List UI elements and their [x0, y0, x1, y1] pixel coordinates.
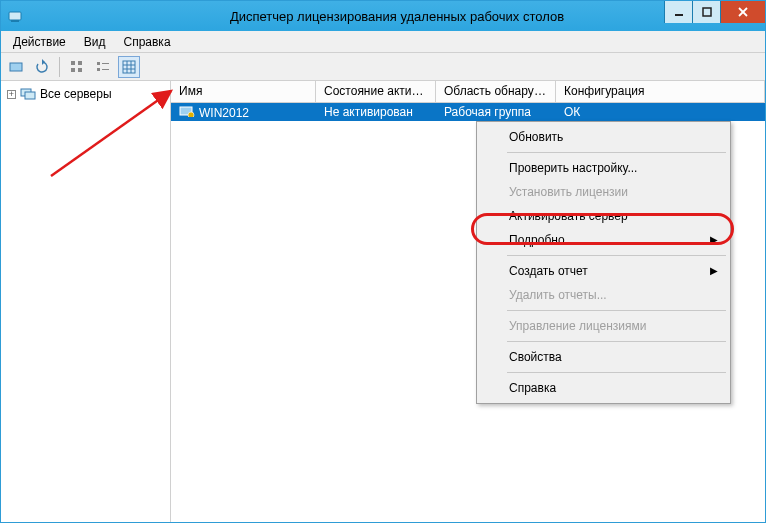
sidebar: + Все серверы	[1, 81, 171, 522]
content-area: + Все серверы Имя Состояние актива... Об…	[1, 81, 765, 522]
col-state[interactable]: Состояние актива...	[316, 81, 436, 102]
svg-rect-15	[123, 61, 135, 73]
close-button[interactable]	[720, 1, 765, 23]
svg-rect-6	[10, 63, 22, 71]
context-menu: Обновить Проверить настройку... Установи…	[476, 121, 731, 404]
svg-rect-9	[71, 68, 75, 72]
svg-rect-8	[78, 61, 82, 65]
tree-root-label: Все серверы	[40, 87, 112, 101]
cell-name-text: WIN2012	[199, 106, 249, 120]
ctx-activate-server[interactable]: Активировать сервер	[479, 204, 728, 228]
cell-name: WIN2012	[171, 104, 316, 121]
toolbar-view3-icon[interactable]	[118, 56, 140, 78]
ctx-separator	[507, 341, 726, 342]
cell-scope: Рабочая группа	[436, 104, 556, 120]
server-row[interactable]: WIN2012 Не активирован Рабочая группа ОК	[171, 103, 765, 121]
menu-action[interactable]: Действие	[5, 33, 74, 51]
svg-rect-2	[675, 14, 683, 16]
minimize-button[interactable]	[664, 1, 692, 23]
ctx-check-setup[interactable]: Проверить настройку...	[479, 156, 728, 180]
ctx-separator	[507, 310, 726, 311]
svg-rect-0	[9, 12, 21, 20]
ctx-separator	[507, 372, 726, 373]
svg-rect-21	[25, 92, 35, 99]
ctx-properties[interactable]: Свойства	[479, 345, 728, 369]
cell-config: ОК	[556, 104, 765, 120]
submenu-arrow-icon: ▶	[710, 234, 718, 245]
svg-point-23	[188, 112, 194, 117]
toolbar-refresh-icon[interactable]	[31, 56, 53, 78]
menubar: Действие Вид Справка	[1, 31, 765, 53]
toolbar-separator	[59, 57, 60, 77]
ctx-install-licenses: Установить лицензии	[479, 180, 728, 204]
window-controls	[664, 1, 765, 23]
ctx-more[interactable]: Подробно▶	[479, 228, 728, 252]
main-panel: Имя Состояние актива... Область обнаруже…	[171, 81, 765, 522]
toolbar	[1, 53, 765, 81]
column-headers: Имя Состояние актива... Область обнаруже…	[171, 81, 765, 103]
svg-rect-12	[102, 63, 109, 64]
svg-rect-11	[97, 62, 100, 65]
ctx-create-report[interactable]: Создать отчет▶	[479, 259, 728, 283]
ctx-help[interactable]: Справка	[479, 376, 728, 400]
ctx-more-label: Подробно	[509, 233, 565, 247]
col-scope[interactable]: Область обнаруже...	[436, 81, 556, 102]
menu-help[interactable]: Справка	[115, 33, 178, 51]
menu-view[interactable]: Вид	[76, 33, 114, 51]
submenu-arrow-icon: ▶	[710, 265, 718, 276]
ctx-delete-reports: Удалить отчеты...	[479, 283, 728, 307]
ctx-separator	[507, 255, 726, 256]
toolbar-view2-icon[interactable]	[92, 56, 114, 78]
ctx-separator	[507, 152, 726, 153]
col-config[interactable]: Конфигурация	[556, 81, 765, 102]
cell-state: Не активирован	[316, 104, 436, 120]
svg-rect-7	[71, 61, 75, 65]
app-window: Диспетчер лицензирования удаленных рабоч…	[0, 0, 766, 523]
app-icon	[7, 8, 23, 24]
maximize-button[interactable]	[692, 1, 720, 23]
svg-rect-10	[78, 68, 82, 72]
ctx-manage-licenses: Управление лицензиями	[479, 314, 728, 338]
svg-rect-14	[102, 69, 109, 70]
expand-icon[interactable]: +	[7, 90, 16, 99]
toolbar-connect-icon[interactable]	[5, 56, 27, 78]
ctx-refresh[interactable]: Обновить	[479, 125, 728, 149]
col-name[interactable]: Имя	[171, 81, 316, 102]
ctx-create-report-label: Создать отчет	[509, 264, 588, 278]
window-title: Диспетчер лицензирования удаленных рабоч…	[29, 9, 765, 24]
svg-rect-3	[703, 8, 711, 16]
tree-root-all-servers[interactable]: + Все серверы	[5, 85, 166, 103]
toolbar-view1-icon[interactable]	[66, 56, 88, 78]
servers-icon	[20, 87, 36, 101]
svg-rect-1	[11, 20, 19, 22]
svg-rect-13	[97, 68, 100, 71]
server-icon	[179, 105, 195, 117]
titlebar: Диспетчер лицензирования удаленных рабоч…	[1, 1, 765, 31]
